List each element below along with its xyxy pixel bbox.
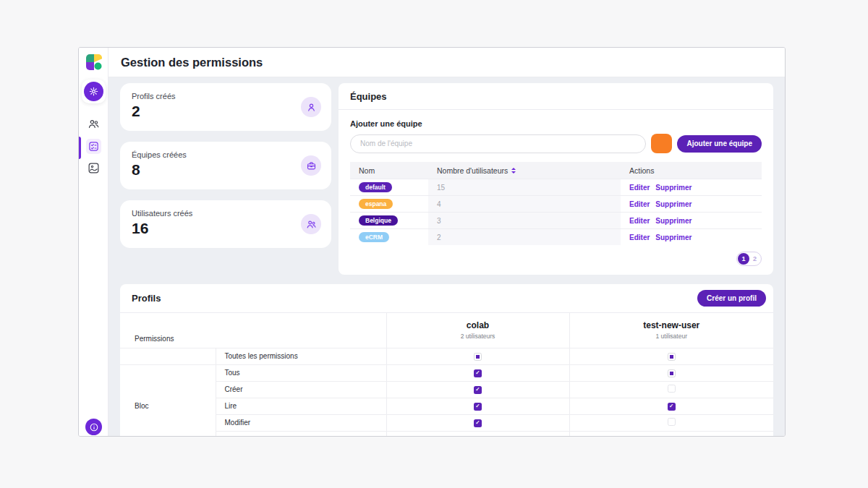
teams-table-body: default15EditerSupprimerespana4EditerSup…	[350, 179, 762, 245]
permission-row: Toutes les permissions	[120, 348, 773, 364]
team-name-cell: eCRM	[350, 229, 428, 245]
permission-checkbox-checked[interactable]: ✓	[474, 386, 482, 394]
checkbox-cell	[569, 414, 773, 431]
stats-column: Profils créés 2 Équipes créées 8	[120, 83, 331, 259]
team-row: eCRM2EditerSupprimer	[350, 228, 762, 245]
edit-link[interactable]: Editer	[629, 184, 650, 192]
sidebar-item-settings[interactable]	[82, 80, 106, 103]
permission-checkbox-checked[interactable]: ✓	[474, 403, 482, 411]
team-name-input[interactable]	[350, 134, 646, 153]
header-users: Nombre d'utilisateurs	[428, 162, 621, 179]
permission-group-cell: Bloc	[120, 364, 216, 436]
permission-checkbox-unchecked[interactable]	[668, 418, 676, 426]
checkbox-cell	[569, 381, 773, 398]
permission-label: Toutes les permissions	[216, 348, 386, 364]
sort-icon[interactable]	[511, 168, 516, 174]
edit-link[interactable]: Editer	[629, 234, 650, 241]
permission-checkbox-indeterminate[interactable]	[668, 353, 676, 361]
sidebar-item-permissions[interactable]	[79, 139, 109, 154]
checkbox-cell: ✓	[386, 398, 569, 414]
team-users-count: 3	[428, 213, 621, 228]
team-name-cell: Belgique	[350, 213, 428, 228]
edit-link[interactable]: Editer	[629, 217, 650, 225]
team-name-cell: default	[350, 179, 428, 195]
team-badge: default	[359, 182, 392, 193]
permission-checkbox-indeterminate[interactable]	[474, 353, 482, 361]
checkbox-cell: ✓	[386, 364, 569, 381]
profiles-panel: Profils Créer un profil Permissionscolab…	[120, 284, 773, 436]
profile-column-header: colab2 utilisateurs	[386, 313, 569, 348]
stat-value: 16	[132, 220, 320, 237]
app-logo	[85, 53, 103, 72]
delete-link[interactable]: Supprimer	[655, 217, 692, 225]
pagination-page-2[interactable]: 2	[749, 255, 760, 262]
profile-name: test-new-user	[570, 320, 774, 330]
header-nom: Nom	[350, 162, 428, 179]
stat-card-profiles: Profils créés 2	[120, 83, 331, 131]
team-name-cell: espana	[350, 196, 428, 212]
create-profile-button[interactable]: Créer un profil	[697, 290, 766, 307]
info-icon	[89, 422, 99, 432]
permission-row: Créer✓	[120, 381, 773, 398]
pagination: 1 2	[736, 252, 762, 266]
profile-name: colab	[387, 320, 569, 330]
permission-row: Supprimer✓✓	[120, 431, 773, 436]
teams-panel: Équipes Ajouter une équipe Ajouter une é…	[339, 83, 773, 275]
permissions-header-label: Permissions	[120, 313, 386, 348]
sidebar-item-users[interactable]	[79, 118, 109, 130]
permission-checkbox-indeterminate[interactable]	[668, 369, 676, 377]
team-actions-cell: EditerSupprimer	[621, 229, 762, 245]
stat-value: 8	[132, 161, 320, 179]
stat-value: 2	[132, 103, 320, 120]
checkbox-cell	[569, 348, 773, 364]
permission-row: Modifier✓	[120, 414, 773, 431]
color-picker-button[interactable]	[651, 134, 672, 153]
checkbox-cell: ✓	[569, 431, 773, 436]
logo-icon	[85, 53, 103, 72]
checkbox-cell	[569, 364, 773, 381]
sidebar-item-media[interactable]	[79, 162, 109, 174]
active-nav-indicator	[79, 137, 81, 159]
team-row: Belgique3EditerSupprimer	[350, 212, 762, 228]
checkbox-cell: ✓	[386, 431, 569, 436]
page-title: Gestion des permissions	[121, 56, 263, 69]
team-actions-cell: EditerSupprimer	[621, 213, 762, 228]
team-badge: espana	[359, 199, 393, 210]
permissions-table: Permissionscolab2 utilisateurstest-new-u…	[120, 313, 773, 436]
pagination-page-1[interactable]: 1	[738, 253, 749, 265]
info-button[interactable]	[85, 419, 102, 435]
team-row: default15EditerSupprimer	[350, 179, 762, 195]
permission-group-cell	[120, 348, 216, 364]
people-icon	[301, 214, 321, 234]
briefcase-icon	[301, 155, 321, 176]
team-badge: Belgique	[359, 215, 398, 226]
delete-link[interactable]: Supprimer	[655, 200, 692, 208]
teams-panel-title: Équipes	[339, 83, 773, 110]
permissions-table-body: Permissionscolab2 utilisateurstest-new-u…	[120, 313, 773, 436]
add-team-label: Ajouter une équipe	[350, 119, 762, 128]
delete-link[interactable]: Supprimer	[655, 184, 692, 192]
profile-column-header: test-new-user1 utilisateur	[569, 313, 773, 348]
delete-link[interactable]: Supprimer	[655, 234, 692, 241]
permission-row: BlocTous✓	[120, 364, 773, 381]
person-icon	[301, 97, 321, 117]
permission-checkbox-unchecked[interactable]	[668, 385, 676, 393]
team-actions-cell: EditerSupprimer	[621, 179, 762, 195]
permission-checkbox-checked[interactable]: ✓	[474, 369, 482, 377]
stat-label: Profils créés	[132, 92, 320, 100]
team-users-count: 2	[428, 229, 621, 245]
gear-icon	[84, 82, 103, 101]
permission-label: Lire	[216, 398, 386, 414]
app-window: Gestion des permissions Profils créés 2 …	[78, 47, 786, 437]
checkbox-cell: ✓	[386, 414, 569, 431]
permission-checkbox-checked[interactable]: ✓	[474, 419, 482, 427]
stat-label: Utilisateurs créés	[132, 209, 320, 218]
profile-user-count: 2 utilisateurs	[387, 333, 569, 340]
add-team-button[interactable]: Ajouter une équipe	[677, 135, 762, 153]
edit-link[interactable]: Editer	[629, 200, 650, 208]
permission-checkbox-checked[interactable]: ✓	[668, 403, 676, 411]
checkbox-cell: ✓	[386, 381, 569, 398]
profiles-panel-title: Profils	[132, 293, 161, 304]
sidebar	[79, 48, 109, 436]
team-row: espana4EditerSupprimer	[350, 195, 762, 212]
